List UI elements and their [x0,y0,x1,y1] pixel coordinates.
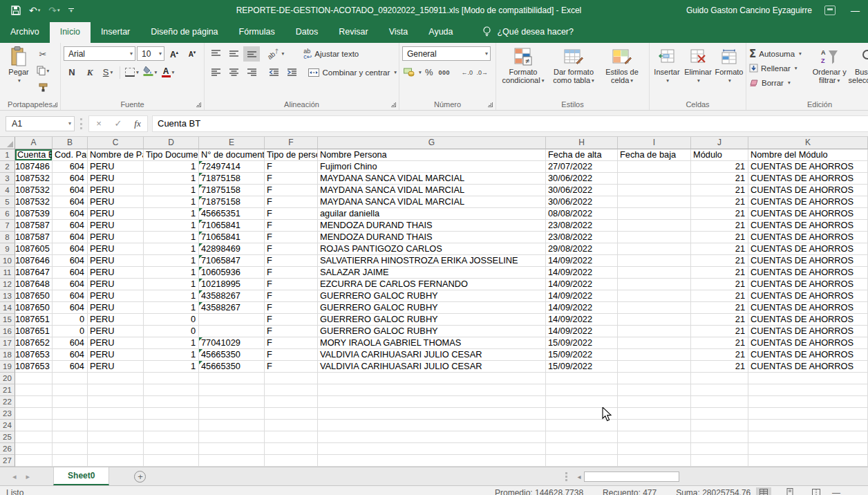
cell-H10[interactable]: 14/09/2022 [546,255,618,267]
cell-A1[interactable]: Cuenta BT [15,149,53,161]
cell-H19[interactable]: 15/09/2022 [546,361,618,373]
cell-B8[interactable]: 604 [53,232,88,243]
cell-G9[interactable]: ROJAS PANTIGOZO CARLOS [318,243,546,255]
row-header-7[interactable]: 7 [0,220,15,232]
cell-D26[interactable] [144,443,199,455]
cell-H5[interactable]: 30/06/2022 [546,196,618,208]
cell-I17[interactable] [618,337,691,349]
cell-G6[interactable]: aguilar daniella [318,208,546,220]
cell-F14[interactable]: F [265,302,318,314]
percent-style-button[interactable]: % [423,65,435,80]
cell-I11[interactable] [618,267,691,279]
cell-D21[interactable] [144,384,199,396]
cell-F4[interactable]: F [265,185,318,196]
cell-H11[interactable]: 14/09/2022 [546,267,618,279]
cell-I16[interactable] [618,326,691,337]
column-header-J[interactable]: J [691,137,748,149]
column-header-F[interactable]: F [265,137,318,149]
cell-K12[interactable]: CUENTAS DE AHORROS [748,279,868,290]
cell-G15[interactable]: GUERRERO GALOC RUBHY [318,314,546,326]
sheet-nav-right-icon[interactable]: ▸ [26,472,30,481]
row-header-6[interactable]: 6 [0,208,15,220]
cell-E13[interactable]: 43588267 [199,290,265,302]
cell-D8[interactable]: 1 [144,232,199,243]
cell-C10[interactable]: PERU [88,255,144,267]
cell-D25[interactable] [144,431,199,443]
cell-G8[interactable]: MENDOZA DURAND THAIS [318,232,546,243]
cell-C7[interactable]: PERU [88,220,144,232]
row-header-11[interactable]: 11 [0,267,15,279]
row-header-9[interactable]: 9 [0,243,15,255]
cell-G19[interactable]: VALDIVIA CARIHUASARI JULIO CESAR [318,361,546,373]
cell-F11[interactable]: F [265,267,318,279]
cell-C2[interactable]: PERU [88,161,144,173]
cell-A19[interactable]: 1087653 [15,361,53,373]
cell-J1[interactable]: Módulo [691,149,748,161]
cell-D4[interactable]: 1 [144,185,199,196]
cell-A20[interactable] [15,373,53,384]
cell-C21[interactable] [88,384,144,396]
cell-C11[interactable]: PERU [88,267,144,279]
cell-H14[interactable]: 14/09/2022 [546,302,618,314]
save-button[interactable] [11,6,21,15]
cell-H25[interactable] [546,431,618,443]
cell-F12[interactable]: F [265,279,318,290]
cell-G12[interactable]: EZCURRA DE CARLOS FERNANDO [318,279,546,290]
cell-G5[interactable]: MAYDANA SANCA VIDAL MARCIAL [318,196,546,208]
cell-B18[interactable]: 604 [53,349,88,361]
formula-input[interactable]: Cuenta BT [152,115,868,132]
format-cells-button[interactable]: Formato▾ [715,45,744,98]
cell-D16[interactable]: 0 [144,326,199,337]
sort-filter-button[interactable]: AZ Ordenar y filtrar▾ [811,45,849,98]
cell-K5[interactable]: CUENTAS DE AHORROS [748,196,868,208]
cell-J11[interactable]: 21 [691,267,748,279]
cell-A3[interactable]: 1087532 [15,173,53,185]
italic-button[interactable]: K [82,65,98,80]
cell-C27[interactable] [88,455,144,467]
cell-F26[interactable] [265,443,318,455]
row-header-26[interactable]: 26 [0,443,15,455]
cell-A10[interactable]: 1087646 [15,255,53,267]
row-header-15[interactable]: 15 [0,314,15,326]
cell-B2[interactable]: 604 [53,161,88,173]
dialog-launcher-icon[interactable] [53,102,57,107]
column-header-G[interactable]: G [318,137,546,149]
cell-C8[interactable]: PERU [88,232,144,243]
row-header-1[interactable]: 1 [0,149,15,161]
cell-D14[interactable]: 1 [144,302,199,314]
cell-E23[interactable] [199,408,265,420]
cell-K17[interactable]: CUENTAS DE AHORROS [748,337,868,349]
cell-E1[interactable]: N° de documento [199,149,265,161]
cell-I15[interactable] [618,314,691,326]
comma-style-button[interactable]: 000 [437,65,452,80]
cell-D6[interactable]: 1 [144,208,199,220]
underline-button[interactable]: S▾ [100,65,116,80]
cell-styles-button[interactable]: Estilos de celda▾ [600,45,644,98]
cell-H16[interactable]: 14/09/2022 [546,326,618,337]
cell-C16[interactable]: PERU [88,326,144,337]
tell-me-search[interactable]: ¿Qué desea hacer? [482,26,574,43]
cell-D5[interactable]: 1 [144,196,199,208]
cell-G26[interactable] [318,443,546,455]
font-name-select[interactable]: Arial▾ [64,46,135,61]
cell-J16[interactable]: 21 [691,326,748,337]
cell-C5[interactable]: PERU [88,196,144,208]
cell-I22[interactable] [618,396,691,408]
column-header-D[interactable]: D [144,137,199,149]
cell-E27[interactable] [199,455,265,467]
cell-A15[interactable]: 1087651 [15,314,53,326]
cell-E7[interactable]: 71065841 [199,220,265,232]
font-size-select[interactable]: 10▾ [137,46,164,61]
cell-E11[interactable]: 10605936 [199,267,265,279]
cell-G16[interactable]: GUERRERO GALOC RUBHY [318,326,546,337]
align-middle-button[interactable] [225,46,242,62]
cell-B6[interactable]: 604 [53,208,88,220]
cell-K11[interactable]: CUENTAS DE AHORROS [748,267,868,279]
cell-I19[interactable] [618,361,691,373]
cell-H3[interactable]: 30/06/2022 [546,173,618,185]
row-header-3[interactable]: 3 [0,173,15,185]
find-select-button[interactable]: Buscar y seleccionar▾ [849,45,868,98]
cell-C6[interactable]: PERU [88,208,144,220]
cell-E26[interactable] [199,443,265,455]
row-header-22[interactable]: 22 [0,396,15,408]
